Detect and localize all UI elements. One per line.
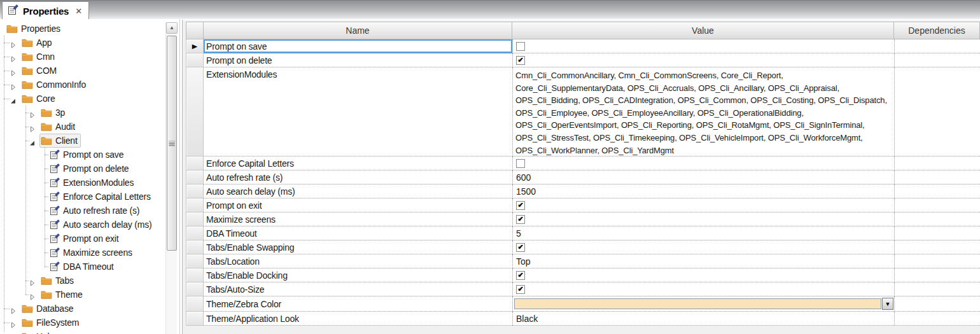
name-cell[interactable]: Theme/Zebra Color: [204, 296, 512, 312]
value-cell[interactable]: ✔: [512, 282, 894, 296]
expand-icon[interactable]: [10, 81, 17, 88]
value-cell[interactable]: ✔: [512, 53, 894, 67]
row-header[interactable]: [186, 312, 204, 326]
value-cell[interactable]: 1500: [512, 184, 894, 198]
value-cell[interactable]: ✔: [512, 212, 894, 226]
tree-item-com[interactable]: COM: [0, 64, 179, 78]
tree-item-dba-timeout[interactable]: DBA Timeout: [0, 260, 179, 274]
dependencies-cell[interactable]: [894, 157, 980, 170]
row-header[interactable]: [186, 240, 204, 254]
row-header[interactable]: [186, 254, 204, 268]
checkbox-unchecked[interactable]: [516, 159, 525, 168]
tree-item-auto-refresh-rate-s[interactable]: Auto refresh rate (s): [0, 204, 179, 218]
checkbox-unchecked[interactable]: [516, 42, 525, 51]
name-cell[interactable]: Maximize screens: [204, 212, 512, 226]
checkbox-checked[interactable]: ✔: [516, 201, 525, 210]
dropdown-button[interactable]: ▼: [882, 298, 893, 310]
color-picker-editor[interactable]: ▼: [513, 296, 894, 311]
row-header[interactable]: ▶: [186, 39, 204, 53]
tree-item-app[interactable]: App: [0, 36, 179, 50]
dependencies-cell[interactable]: [894, 67, 980, 157]
row-header[interactable]: [186, 226, 204, 240]
dependencies-cell[interactable]: [894, 254, 980, 268]
value-cell[interactable]: Top: [512, 254, 894, 268]
tree-item-prompt-on-exit[interactable]: Prompt on exit: [0, 232, 179, 246]
row-header[interactable]: [186, 53, 204, 67]
expand-icon[interactable]: [29, 277, 36, 284]
tree-item-client[interactable]: Client: [0, 134, 179, 148]
tree-item-properties[interactable]: Properties: [0, 22, 179, 36]
value-cell[interactable]: ▼: [512, 296, 894, 312]
tree-item-help[interactable]: Help: [0, 330, 179, 334]
row-header[interactable]: [186, 67, 204, 157]
name-cell[interactable]: Theme/Application Look: [204, 312, 512, 326]
tree-item-commoninfo[interactable]: CommonInfo: [0, 78, 179, 92]
row-header[interactable]: [186, 268, 204, 282]
name-cell[interactable]: Tabs/Location: [204, 254, 512, 268]
tree-item-extensionmodules[interactable]: ExtensionModules: [0, 176, 179, 190]
name-cell[interactable]: Tabs/Auto-Size: [204, 282, 512, 296]
name-cell[interactable]: Tabs/Enable Docking: [204, 268, 512, 282]
tree-item-theme[interactable]: Theme: [0, 288, 179, 302]
name-cell[interactable]: ExtensionModules: [204, 67, 512, 157]
checkbox-checked[interactable]: ✔: [516, 271, 525, 280]
name-cell[interactable]: Auto search delay (ms): [204, 184, 512, 198]
expand-icon[interactable]: [29, 109, 36, 116]
dependencies-cell[interactable]: [894, 39, 980, 53]
dependencies-cell[interactable]: [894, 268, 980, 282]
value-cell[interactable]: [512, 39, 894, 53]
name-cell[interactable]: Prompt on delete: [204, 53, 512, 67]
dependencies-cell[interactable]: [894, 240, 980, 254]
dependencies-cell[interactable]: [894, 226, 980, 240]
dependencies-cell[interactable]: [894, 53, 980, 67]
expand-icon[interactable]: [10, 39, 17, 46]
dependencies-cell[interactable]: [894, 282, 980, 296]
dependencies-cell[interactable]: [894, 170, 980, 184]
value-cell[interactable]: 600: [512, 170, 894, 184]
collapse-icon[interactable]: [10, 95, 17, 102]
tree-item-prompt-on-save[interactable]: Prompt on save: [0, 148, 179, 162]
value-cell[interactable]: ✔: [512, 240, 894, 254]
row-header[interactable]: [186, 296, 204, 312]
tree-item-maximize-screens[interactable]: Maximize screens: [0, 246, 179, 260]
checkbox-checked[interactable]: ✔: [516, 285, 525, 294]
tree-scrollbar[interactable]: ▲: [165, 22, 177, 334]
tree-item-prompt-on-delete[interactable]: Prompt on delete: [0, 162, 179, 176]
value-cell[interactable]: 5: [512, 226, 894, 240]
row-header[interactable]: [186, 212, 204, 226]
value-cell[interactable]: Black: [512, 312, 894, 326]
row-header[interactable]: [186, 282, 204, 296]
row-header[interactable]: [186, 198, 204, 212]
name-cell[interactable]: DBA Timeout: [204, 226, 512, 240]
tree-item-3p[interactable]: 3p: [0, 106, 179, 120]
tree-item-core[interactable]: Core: [0, 92, 179, 106]
tree-item-filesystem[interactable]: FileSystem: [0, 316, 179, 330]
tree-item-cmn[interactable]: Cmn: [0, 50, 179, 64]
name-cell[interactable]: Auto refresh rate (s): [204, 170, 512, 184]
name-cell[interactable]: Enforce Capital Letters: [204, 157, 512, 170]
color-swatch[interactable]: [514, 298, 881, 309]
tab-close-icon[interactable]: ✕: [75, 7, 82, 15]
checkbox-checked[interactable]: ✔: [516, 243, 525, 252]
value-cell[interactable]: [512, 157, 894, 170]
tree-item-database[interactable]: Database: [0, 302, 179, 316]
expand-icon[interactable]: [29, 291, 36, 298]
value-cell[interactable]: ✔: [512, 268, 894, 282]
dependencies-cell[interactable]: [894, 212, 980, 226]
dependencies-cell[interactable]: [894, 312, 980, 326]
collapse-icon[interactable]: [29, 137, 36, 144]
row-header[interactable]: [186, 157, 204, 170]
tree-item-tabs[interactable]: Tabs: [0, 274, 179, 288]
tab-properties[interactable]: Properties ✕: [2, 1, 89, 20]
expand-icon[interactable]: [29, 123, 36, 130]
row-header[interactable]: [186, 170, 204, 184]
tree-item-auto-search-delay-ms[interactable]: Auto search delay (ms): [0, 218, 179, 232]
column-header-value[interactable]: Value: [512, 22, 894, 39]
expand-icon[interactable]: [10, 305, 17, 312]
column-header-name[interactable]: Name: [204, 22, 512, 39]
expand-icon[interactable]: [10, 319, 17, 326]
name-cell[interactable]: Prompt on exit: [204, 198, 512, 212]
dependencies-cell[interactable]: [894, 184, 980, 198]
checkbox-checked[interactable]: ✔: [516, 56, 525, 65]
row-header[interactable]: [186, 184, 204, 198]
